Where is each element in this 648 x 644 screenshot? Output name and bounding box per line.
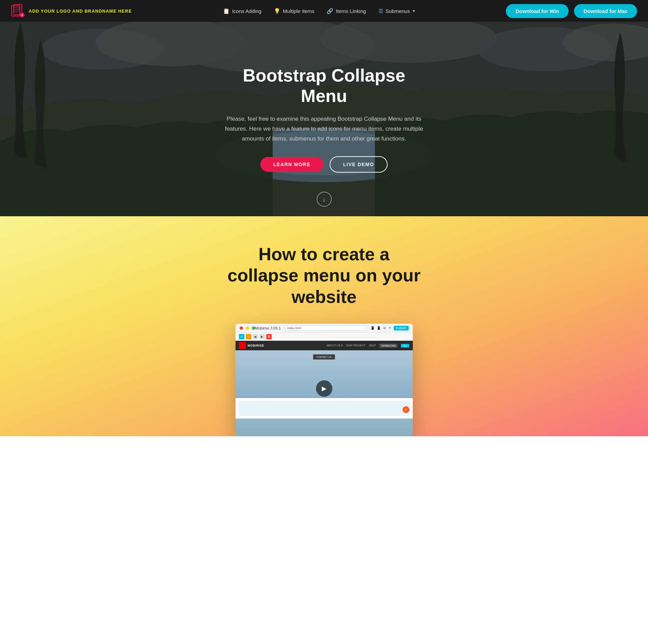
- scroll-down-button[interactable]: ↓: [317, 192, 332, 207]
- mockup-nav-link-2: OUR PROJECT: [346, 344, 365, 348]
- browser-controls: [240, 326, 255, 330]
- mockup-nav-link-3: HELP: [369, 344, 376, 348]
- tool-icon-5[interactable]: ⚙: [266, 334, 272, 339]
- close-button[interactable]: [240, 326, 243, 330]
- items-linking-icon: 🔗: [327, 8, 333, 14]
- multiple-items-icon: 💡: [274, 8, 281, 14]
- hero-content: Bootstrap Collapse Menu Please, feel fre…: [212, 65, 437, 173]
- hero-title: Bootstrap Collapse Menu: [218, 65, 430, 106]
- submenus-chevron-icon: ▾: [413, 9, 415, 13]
- nav-brand[interactable]: + ADD YOUR LOGO AND BRANDNAME HERE: [11, 4, 132, 18]
- nav-link-items-linking[interactable]: 🔗 Items Linking: [327, 8, 366, 14]
- browser-title-label: Mobirise 3.05.1: [255, 326, 281, 330]
- browser-content: MOBIRISE ABOUT US ▾ OUR PROJECT HELP DOW…: [236, 341, 413, 436]
- nav-link-multiple-items[interactable]: 💡 Multiple Items: [274, 8, 315, 14]
- download-win-button[interactable]: Download for Win: [506, 4, 568, 18]
- hero-section: Bootstrap Collapse Menu Please, feel fre…: [0, 22, 648, 216]
- mockup-bottom: [236, 398, 413, 419]
- hero-buttons: LEARN MORE LIVE DEMO: [218, 156, 430, 173]
- browser-toolbar: ≡ + ◀ ▶ ⚙: [236, 333, 413, 341]
- brand-text: ADD YOUR LOGO AND BRANDNAME HERE: [29, 9, 132, 14]
- browser-title-bar: Mobirise 3.05.1 index.html 📱 📱 🖥 👁 Publi…: [236, 324, 413, 333]
- nav-link-submenus[interactable]: ☰ Submenus ▾: [378, 8, 415, 14]
- desktop-icon[interactable]: 🖥: [383, 326, 386, 330]
- eye-icon[interactable]: 👁: [388, 326, 392, 330]
- svg-text:+: +: [21, 13, 23, 17]
- mockup-navbar: MOBIRISE ABOUT US ▾ OUR PROJECT HELP DOW…: [236, 341, 413, 350]
- view-icons: 📱 📱 🖥 👁 Publish: [371, 326, 409, 331]
- tool-icons: ≡ + ◀ ▶ ⚙: [239, 334, 272, 339]
- mockup-logo: [239, 342, 246, 349]
- nav-actions: Download for Win Download for Mac: [506, 4, 637, 18]
- icons-adding-icon: 📋: [223, 8, 230, 14]
- arrow-down-icon: ↓: [322, 195, 326, 203]
- live-demo-button[interactable]: LIVE DEMO: [330, 156, 388, 173]
- section2-title: How to create a collapse menu on your we…: [222, 244, 426, 307]
- learn-more-button[interactable]: LEARN MORE: [260, 157, 323, 172]
- publish-btn[interactable]: Publish: [394, 326, 409, 331]
- mockup-blue-btn: Buy: [401, 344, 409, 348]
- nav-link-icons-adding[interactable]: 📋 Icons Adding: [223, 8, 261, 14]
- address-bar[interactable]: index.html: [285, 325, 366, 331]
- mockup-brand: MOBIRISE: [239, 342, 265, 349]
- tool-icon-3[interactable]: ◀: [253, 334, 258, 339]
- video-mockup: Mobirise 3.05.1 index.html 📱 📱 🖥 👁 Publi…: [236, 324, 413, 436]
- navbar: + ADD YOUR LOGO AND BRANDNAME HERE 📋 Ico…: [0, 0, 648, 22]
- mockup-popup: CONTACT US: [313, 354, 335, 360]
- download-mac-button[interactable]: Download for Mac: [574, 4, 637, 18]
- tablet-icon[interactable]: 📱: [377, 326, 381, 330]
- mockup-nav-link-1: ABOUT US ▾: [327, 344, 343, 348]
- play-icon: ▶: [322, 385, 327, 392]
- mockup-download-btn: DOWNLOAD: [379, 344, 397, 348]
- how-to-section: How to create a collapse menu on your we…: [0, 216, 648, 436]
- nav-links: 📋 Icons Adding 💡 Multiple Items 🔗 Items …: [223, 8, 415, 14]
- tool-icon-2[interactable]: +: [246, 334, 251, 339]
- play-button[interactable]: ▶: [316, 380, 332, 397]
- submenus-icon: ☰: [378, 8, 383, 14]
- brand-logo-icon: +: [11, 4, 25, 18]
- mockup-bottom-content: [238, 401, 410, 416]
- mockup-nav-links: ABOUT US ▾ OUR PROJECT HELP DOWNLOAD Buy: [327, 344, 409, 348]
- mockup-brand-text: MOBIRISE: [248, 344, 265, 347]
- mockup-fab-button[interactable]: +: [403, 406, 409, 413]
- maximize-button[interactable]: [252, 326, 255, 330]
- hero-description: Please, feel free to examine this appeal…: [218, 114, 430, 144]
- mobile-icon[interactable]: 📱: [371, 326, 375, 330]
- tool-icon-4[interactable]: ▶: [259, 334, 265, 339]
- tool-icon-1[interactable]: ≡: [239, 334, 244, 339]
- minimize-button[interactable]: [246, 326, 249, 330]
